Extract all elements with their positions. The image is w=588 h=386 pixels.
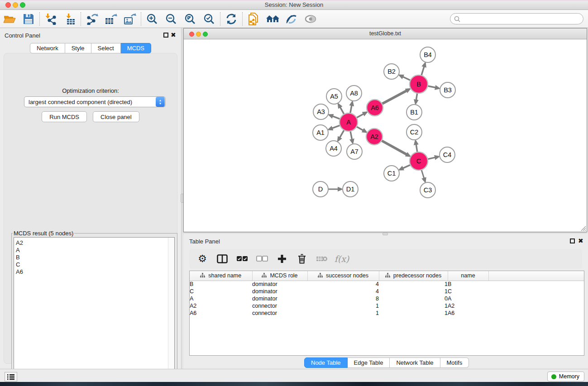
column-header-MCDS-role[interactable]: MCDS role	[252, 271, 307, 281]
mcds-result-list[interactable]: A2ABCA6	[14, 237, 175, 384]
tab-style[interactable]: Style	[65, 43, 91, 53]
graph-node-A5[interactable]: A5	[326, 89, 342, 104]
graph-edge-A-A1[interactable]	[331, 125, 340, 129]
home-reset-view-button[interactable]	[263, 11, 282, 27]
tab-edge-table[interactable]: Edge Table	[348, 357, 390, 368]
show-hide-panel-button[interactable]	[301, 11, 320, 27]
add-column-button[interactable]	[273, 251, 291, 267]
zoom-in-button[interactable]	[143, 11, 162, 27]
export-table-button[interactable]	[101, 11, 120, 27]
graph-edge-A-A6[interactable]	[356, 114, 364, 118]
column-header-predecessor-nodes[interactable]: predecessor nodes	[379, 271, 448, 281]
run-mcds-button[interactable]: Run MCDS	[42, 111, 87, 122]
tab-network[interactable]: Network	[30, 43, 65, 53]
apply-function-button[interactable]: f(x)	[333, 251, 350, 267]
graph-node-A6[interactable]: A6	[367, 100, 383, 116]
delete-table-button[interactable]	[313, 251, 330, 267]
network-window-titlebar[interactable]: testGlobe.txt	[184, 29, 587, 39]
graph-node-B[interactable]: B	[410, 75, 428, 93]
table-settings-button[interactable]: ⚙	[194, 251, 211, 267]
task-history-button[interactable]	[5, 372, 17, 381]
graph-edge-A-A3[interactable]	[332, 116, 340, 119]
select-all-rows-button[interactable]	[234, 251, 251, 267]
graph-node-C2[interactable]: C2	[406, 124, 422, 140]
resize-grip-icon[interactable]	[580, 225, 586, 231]
mcds-result-item[interactable]: A	[16, 247, 174, 254]
column-header-name[interactable]: name	[448, 271, 488, 281]
graph-node-B1[interactable]: B1	[406, 105, 422, 120]
graph-edge-A-A4[interactable]	[339, 130, 344, 138]
mcds-result-item[interactable]: C	[16, 261, 174, 268]
graph-node-B3[interactable]: B3	[440, 82, 455, 98]
tab-select[interactable]: Select	[91, 43, 121, 53]
graph-node-A3[interactable]: A3	[313, 104, 329, 119]
mcds-result-item[interactable]: B	[16, 254, 174, 261]
table-float-icon[interactable]	[570, 238, 575, 243]
close-panel-icon[interactable]: ✖	[171, 31, 176, 38]
zoom-fit-button[interactable]	[181, 11, 200, 27]
float-panel-icon[interactable]	[163, 33, 168, 38]
graph-edge-C-C4[interactable]	[427, 157, 436, 159]
export-image-button[interactable]	[120, 11, 139, 27]
graph-node-A7[interactable]: A7	[347, 144, 362, 159]
tab-node-table[interactable]: Node Table	[304, 357, 348, 368]
graph-edge-C-C2[interactable]	[416, 144, 417, 153]
mcds-result-item[interactable]: A2	[16, 239, 174, 247]
mcds-result-item[interactable]: A6	[16, 268, 174, 276]
graph-edge-A-A2[interactable]	[356, 126, 364, 130]
graph-edge-B-B1[interactable]	[416, 93, 417, 101]
criterion-select[interactable]: largest connected component (directed) ▲…	[24, 96, 166, 107]
graph-edge-A-A8[interactable]	[350, 105, 352, 114]
table-close-icon[interactable]: ✖	[578, 237, 583, 244]
graph-node-B2[interactable]: B2	[384, 64, 399, 79]
graph-edge-C-C1[interactable]	[402, 165, 411, 169]
open-session-button[interactable]	[0, 11, 19, 27]
graph-edge-B-B2[interactable]	[402, 76, 411, 81]
graph-node-A4[interactable]: A4	[326, 141, 341, 156]
tab-mcds[interactable]: MCDS	[121, 43, 151, 53]
graph-edge-B-B3[interactable]	[427, 86, 436, 88]
zoom-out-button[interactable]	[162, 11, 181, 27]
table-row[interactable]: Adominator80A	[190, 295, 584, 302]
show-column-panel-button[interactable]	[214, 251, 231, 267]
save-session-button[interactable]	[19, 11, 38, 27]
import-table-button[interactable]	[60, 11, 79, 27]
tab-network-table[interactable]: Network Table	[390, 357, 440, 368]
graph-node-C4[interactable]: C4	[440, 147, 455, 162]
graph-edge-B-B4[interactable]	[421, 66, 425, 76]
graph-node-D[interactable]: D	[313, 181, 328, 197]
network-graph[interactable]: B4B2BB3A8A5A6A3B1AA1C2A2A4A7C4CC1C3DD1	[184, 39, 587, 232]
delete-column-button[interactable]	[293, 251, 311, 267]
graph-node-C3[interactable]: C3	[420, 182, 435, 198]
search-input[interactable]	[463, 15, 583, 22]
zoom-selected-button[interactable]	[200, 11, 219, 27]
graph-edge-A-A7[interactable]	[350, 131, 352, 140]
table-row[interactable]: Cdominator41C	[190, 288, 584, 295]
column-header-shared-name[interactable]: shared name	[190, 271, 252, 281]
table-row[interactable]: A6connector11A6	[190, 310, 584, 317]
graph-node-B4[interactable]: B4	[420, 47, 435, 62]
graph-edge-A6-B[interactable]	[382, 91, 407, 104]
tab-motifs[interactable]: Motifs	[440, 357, 469, 368]
graph-node-A8[interactable]: A8	[346, 86, 362, 101]
graph-edge-A-A5[interactable]	[340, 107, 344, 115]
graph-edge-C-C3[interactable]	[421, 169, 425, 179]
graph-node-D1[interactable]: D1	[343, 181, 358, 197]
network-canvas[interactable]: B4B2BB3A8A5A6A3B1AA1C2A2A4A7C4CC1C3DD1	[184, 39, 587, 232]
graph-node-C[interactable]: C	[410, 152, 428, 170]
graph-node-A2[interactable]: A2	[366, 129, 382, 145]
export-network-button[interactable]	[82, 11, 101, 27]
table-row[interactable]: A2connector11A2	[190, 302, 584, 310]
deselect-all-rows-button[interactable]	[253, 251, 271, 267]
toggle-graphics-details-button[interactable]	[282, 11, 301, 27]
new-network-from-selection-button[interactable]	[244, 11, 263, 27]
close-panel-button[interactable]: Close panel	[93, 111, 139, 122]
import-network-button[interactable]	[41, 11, 60, 27]
graph-edge-A2-C[interactable]	[381, 140, 407, 155]
graph-node-C1[interactable]: C1	[384, 166, 399, 181]
graph-node-A[interactable]: A	[339, 113, 358, 131]
graph-node-A1[interactable]: A1	[313, 125, 328, 140]
column-header-successor-nodes[interactable]: successor nodes	[307, 271, 379, 281]
memory-button[interactable]: Memory	[547, 372, 584, 381]
refresh-layout-button[interactable]	[222, 11, 241, 27]
